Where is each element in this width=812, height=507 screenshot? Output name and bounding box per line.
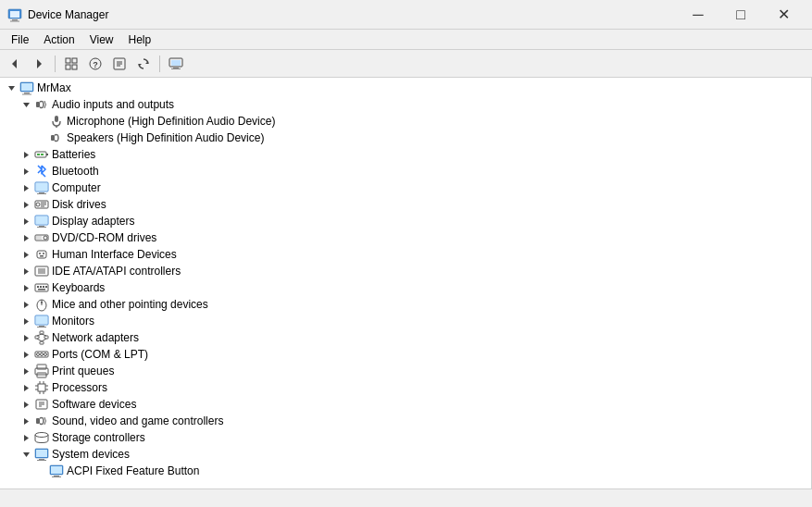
tree-item-bluetooth[interactable]: Bluetooth [0,163,811,179]
expand-icon-audio[interactable] [19,97,33,112]
show-hidden-button[interactable] [60,53,82,75]
expand-icon-ide[interactable] [19,264,33,278]
svg-point-61 [43,253,44,254]
expand-icon-display[interactable] [19,214,33,229]
expand-icon-disk[interactable] [19,197,33,212]
expand-icon-ports[interactable] [19,347,33,362]
expand-icon-monitors[interactable] [19,314,33,328]
svg-marker-32 [24,152,29,158]
item-icon-ports [34,347,49,362]
tree-item-microphone[interactable]: Microphone (High Definition Audio Device… [0,113,811,130]
item-label-computer: Computer [52,181,101,194]
svg-marker-102 [24,385,29,391]
tree-item-print[interactable]: Print queues [0,363,811,379]
svg-marker-4 [12,59,17,68]
svg-rect-26 [22,94,31,95]
tree-item-storage[interactable]: Storage controllers [0,429,811,446]
refresh-button[interactable] [132,53,155,75]
svg-rect-72 [43,286,44,288]
tree-view[interactable]: MrMaxAudio inputs and outputsMicrophone … [0,78,812,488]
svg-rect-2 [12,19,18,21]
item-label-batteries: Batteries [52,148,95,161]
expand-icon-computer[interactable] [19,180,33,195]
item-icon-system [34,447,49,462]
tree-item-system[interactable]: System devices [0,446,811,463]
tree-item-audio[interactable]: Audio inputs and outputs [0,96,811,113]
help-button[interactable]: ? [84,53,106,75]
svg-marker-27 [23,103,30,107]
svg-rect-40 [36,183,47,191]
svg-rect-56 [36,236,42,240]
svg-marker-68 [24,285,29,291]
tree-item-sound[interactable]: Sound, video and game controllers [0,413,811,429]
expand-icon-software[interactable] [19,397,33,412]
item-label-audio: Audio inputs and outputs [52,98,174,111]
expand-icon-acpi[interactable] [33,464,48,478]
item-icon-mrmax [19,80,34,95]
expand-icon-mice[interactable] [19,297,33,312]
tree-item-processors[interactable]: Processors [0,379,811,396]
tree-item-hid[interactable]: Human Interface Devices [0,246,811,263]
svg-rect-94 [35,352,48,357]
tree-item-speakers[interactable]: Speakers (High Definition Audio Device) [0,130,811,146]
expand-icon-hid[interactable] [19,247,33,262]
tree-item-computer[interactable]: Computer [0,179,811,196]
svg-marker-75 [24,302,29,308]
expand-icon-system[interactable] [19,447,33,462]
svg-rect-24 [21,83,32,91]
tree-item-dvd[interactable]: DVD/CD-ROM drives [0,229,811,246]
tree-item-ide[interactable]: IDE ATA/ATAPI controllers [0,263,811,279]
tree-item-acpi[interactable]: ACPI Fixed Feature Button [0,463,811,479]
monitor-button[interactable] [165,53,187,75]
expand-icon-print[interactable] [19,364,33,378]
item-label-acpi: ACPI Fixed Feature Button [67,464,199,477]
expand-icon-speakers[interactable] [33,130,48,145]
expand-icon-keyboards[interactable] [19,280,33,295]
expand-icon-bluetooth[interactable] [19,164,33,179]
tree-item-display[interactable]: Display adapters [0,213,811,229]
expand-icon-network[interactable] [19,330,33,345]
svg-rect-128 [54,476,59,476]
menu-action[interactable]: Action [36,31,81,48]
menu-help[interactable]: Help [121,31,159,48]
tree-item-mice[interactable]: Mice and other pointing devices [0,296,811,313]
item-label-print: Print queues [52,365,114,377]
tree-item-ports[interactable]: Ports (COM & LPT) [0,346,811,363]
menu-view[interactable]: View [82,31,121,48]
svg-point-57 [44,236,47,240]
tree-item-mrmax[interactable]: MrMax [0,80,811,96]
forward-button[interactable] [28,53,50,75]
tree-item-software[interactable]: Software devices [0,396,811,413]
tree-item-keyboards[interactable]: Keyboards [0,279,811,296]
svg-rect-19 [171,60,181,66]
expand-icon-processors[interactable] [19,380,33,395]
svg-marker-43 [24,202,29,208]
tree-item-batteries[interactable]: Batteries [0,146,811,163]
minimize-button[interactable]: ─ [677,0,719,30]
back-button[interactable] [4,53,26,75]
close-button[interactable]: ✕ [762,0,805,30]
maximize-button[interactable]: □ [719,0,762,30]
svg-point-60 [39,253,41,254]
svg-point-45 [36,203,40,206]
svg-rect-71 [40,286,42,288]
expand-icon-sound[interactable] [19,414,33,428]
menu-file[interactable]: File [4,31,36,48]
expand-icon-microphone[interactable] [33,114,48,129]
expand-icon-mrmax[interactable] [4,80,19,95]
svg-rect-21 [171,68,181,69]
svg-rect-51 [36,216,47,224]
item-label-speakers: Speakers (High Definition Audio Device) [67,131,264,144]
svg-rect-53 [37,227,46,228]
item-label-network: Network adapters [52,331,139,344]
expand-icon-dvd[interactable] [19,230,33,245]
device-properties-button[interactable] [108,53,131,75]
expand-icon-batteries[interactable] [19,147,33,162]
tree-item-network[interactable]: Network adapters [0,329,811,346]
svg-marker-49 [24,218,29,225]
expand-icon-storage[interactable] [19,430,33,445]
tree-item-monitors[interactable]: Monitors [0,313,811,329]
tree-item-disk[interactable]: Disk drives [0,196,811,213]
svg-rect-52 [39,226,44,227]
item-icon-print [34,364,49,378]
